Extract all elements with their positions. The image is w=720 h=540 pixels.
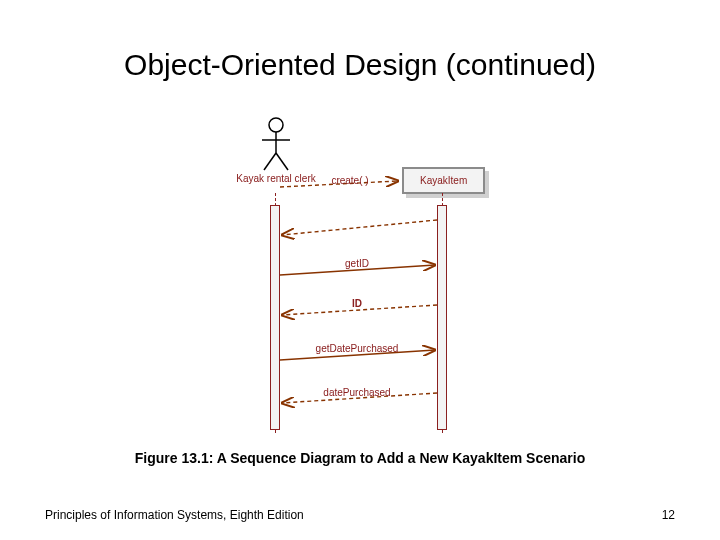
svg-line-6	[282, 220, 437, 235]
message-create: create( )	[315, 175, 385, 186]
sequence-diagram: Kayak rental clerk KayakItem	[170, 115, 550, 435]
slide-title: Object-Oriented Design (continued)	[0, 48, 720, 82]
message-getdatepurchased: getDatePurchased	[282, 343, 432, 354]
message-getid: getID	[282, 258, 432, 269]
message-datepurchased: datePurchased	[282, 387, 432, 398]
footer-source: Principles of Information Systems, Eight…	[45, 508, 304, 522]
message-id: ID	[282, 298, 432, 309]
slide: Object-Oriented Design (continued) Kayak…	[0, 0, 720, 540]
figure-caption: Figure 13.1: A Sequence Diagram to Add a…	[0, 450, 720, 466]
page-number: 12	[662, 508, 675, 522]
